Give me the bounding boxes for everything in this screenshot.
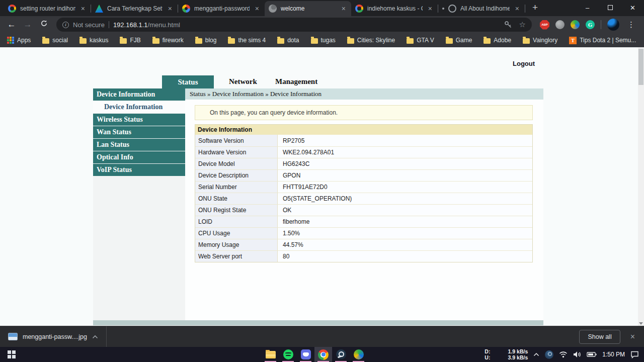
bookmark-folder-fjb[interactable]: FJB [120, 37, 140, 44]
bookmark-label: the sims 4 [238, 37, 266, 44]
sidebar-item-wan-status[interactable]: Wan Status [93, 126, 185, 138]
table-row: ONU Regist State OK [195, 204, 532, 216]
bookmark-folder-game[interactable]: Game [446, 37, 472, 44]
grammarly-icon[interactable]: G [586, 20, 595, 29]
bookmark-folder-cities-skyline[interactable]: Cities: Skyline [347, 37, 395, 44]
maximize-icon [608, 5, 613, 10]
sidebar-item-lan-status[interactable]: Lan Status [93, 139, 185, 151]
bookmark-label: firework [163, 37, 184, 44]
bookmark-label: dota [287, 37, 299, 44]
taskbar-chrome-active[interactable] [314, 347, 332, 362]
battery-icon[interactable] [587, 351, 597, 357]
taskbar-clock[interactable]: 1:50 PM [602, 351, 625, 358]
reload-button[interactable] [37, 20, 50, 30]
window-close-button[interactable]: ✕ [621, 0, 644, 15]
password-key-icon[interactable] [504, 21, 512, 29]
scrollbar-down-arrow-icon[interactable] [639, 322, 643, 325]
upload-speed-label: U: [485, 355, 490, 360]
bookmark-tips-dota[interactable]: T Tips Dota 2 | Semu... [569, 37, 636, 44]
taskbar-idm[interactable] [350, 347, 367, 362]
tab-close-icon[interactable]: × [167, 5, 174, 13]
logout-link[interactable]: Logout [513, 60, 535, 67]
sidebar-header-device-information[interactable]: Device Information [93, 88, 185, 101]
tray-expand-chevron-icon[interactable] [533, 352, 539, 356]
table-row: Memory Usage 44.57% [195, 239, 532, 250]
bookmark-folder-kaskus[interactable]: kaskus [79, 37, 108, 44]
folder-icon [195, 38, 202, 44]
row-value: 44.57% [278, 239, 532, 250]
shelf-close-icon[interactable]: × [630, 332, 635, 341]
generic-globe-favicon [269, 5, 277, 13]
browser-tab-2[interactable]: Cara Terlengkap Setting × [91, 1, 178, 16]
back-button[interactable]: ← [5, 20, 18, 30]
bookmark-folder-gta-v[interactable]: GTA V [407, 37, 434, 44]
page-scrollbar[interactable] [638, 47, 644, 326]
download-item-caret-icon[interactable] [92, 335, 98, 339]
start-button[interactable] [0, 347, 23, 362]
nav-tab-status[interactable]: Status [162, 75, 214, 88]
tab-close-icon[interactable]: × [427, 5, 434, 13]
browser-tab-6[interactable]: All About Indihome Se × [438, 1, 525, 16]
bookmark-folder-the-sims-4[interactable]: the sims 4 [228, 37, 266, 44]
bookmark-folder-vainglory[interactable]: Vainglory [523, 37, 557, 44]
window-maximize-button[interactable] [599, 0, 621, 15]
tab-close-icon[interactable]: × [514, 5, 521, 13]
bookmark-folder-blog[interactable]: blog [195, 37, 217, 44]
folder-icon [407, 38, 414, 44]
browser-menu-icon[interactable]: ⋮ [625, 20, 637, 29]
window-minimize-button[interactable]: – [576, 0, 599, 15]
google-favicon [8, 5, 16, 13]
table-row: Device Model HG6243C [195, 158, 532, 169]
address-bar[interactable]: i Not secure 192.168.1.1 /menu.html ☆ [56, 18, 532, 32]
browser-tab-1[interactable]: setting router indihome × [4, 1, 91, 16]
wifi-icon[interactable] [559, 351, 568, 358]
action-center-icon[interactable] [630, 351, 639, 358]
taskbar-spotify[interactable] [279, 347, 297, 362]
sidebar-item-wireless-status[interactable]: Wireless Status [93, 114, 185, 126]
tab-close-icon[interactable]: × [340, 5, 347, 13]
idm-extension-icon[interactable] [571, 20, 580, 29]
show-all-downloads-button[interactable]: Show all [579, 330, 620, 344]
folder-icon [277, 38, 284, 44]
volume-icon[interactable] [573, 351, 581, 358]
scrollbar-thumb[interactable] [638, 49, 643, 85]
bookmark-apps[interactable]: Apps [7, 37, 31, 44]
sidebar-item-optical-info[interactable]: Optical Info [93, 151, 185, 163]
folder-icon [120, 38, 127, 44]
bookmark-folder-tugas[interactable]: tugas [311, 37, 336, 44]
browser-tab-5[interactable]: indiehome kaskus - Go × [351, 1, 438, 16]
row-label: ONU Regist State [195, 205, 278, 216]
row-value: 80 [278, 251, 532, 262]
nav-tab-management[interactable]: Management [275, 77, 317, 86]
forward-button[interactable]: → [21, 20, 34, 30]
adblock-plus-icon[interactable]: ABP [540, 20, 549, 30]
taskbar-steam[interactable] [332, 347, 350, 362]
folder-icon [42, 38, 49, 44]
tab-close-icon[interactable]: × [254, 5, 261, 13]
pinned-apps [262, 347, 367, 362]
bookmark-folder-social[interactable]: social [42, 37, 68, 44]
browser-tab-3[interactable]: mengganti-password-w × [178, 1, 265, 16]
tab-title: indiehome kaskus - Go [367, 5, 423, 12]
sidebar-item-voip-status[interactable]: VoIP Status [93, 164, 185, 176]
steam-tray-icon[interactable] [545, 350, 553, 359]
tab-close-icon[interactable]: × [79, 5, 87, 13]
bookmark-star-icon[interactable]: ☆ [519, 20, 526, 29]
globe-extension-icon[interactable] [555, 20, 565, 29]
bookmark-folder-dota[interactable]: dota [277, 37, 299, 44]
discord-icon [301, 349, 311, 359]
new-tab-button[interactable]: + [525, 2, 545, 16]
nav-tab-network[interactable]: Network [229, 77, 257, 86]
bookmark-label: social [52, 37, 68, 44]
bookmark-folder-firework[interactable]: firework [152, 37, 184, 44]
bookmark-folder-adobe[interactable]: Adobe [484, 37, 511, 44]
download-item[interactable]: mengganti-passw....jpg [0, 326, 106, 347]
taskbar-discord[interactable] [297, 347, 314, 362]
folder-icon [152, 38, 159, 44]
tab-title: mengganti-password-w [194, 5, 250, 12]
taskbar-file-explorer[interactable] [262, 347, 279, 362]
profile-avatar[interactable] [607, 19, 619, 31]
sidebar-item-device-information-active[interactable]: Device Information [93, 101, 185, 113]
browser-tab-active-welcome[interactable]: welcome × [265, 1, 351, 16]
page-info-icon[interactable]: i [62, 22, 69, 28]
